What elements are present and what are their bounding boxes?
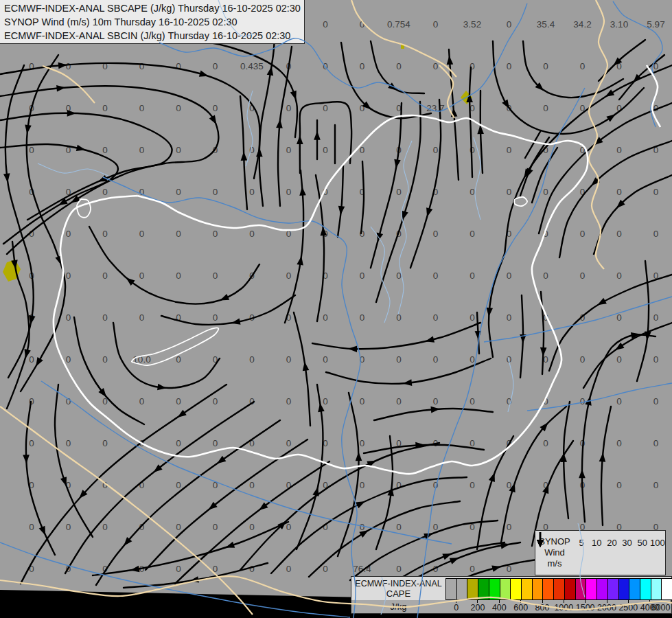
map-value: 0 <box>249 187 255 197</box>
streamline-arrowhead <box>177 410 186 417</box>
map-value: 0 <box>213 480 218 490</box>
map-value: 0 <box>396 522 402 532</box>
wind-streamline <box>480 91 483 173</box>
map-value: 0 <box>616 229 622 239</box>
river <box>484 297 672 342</box>
streamline-arrowhead <box>56 85 65 92</box>
wind-streamline <box>0 144 118 244</box>
map-value: 0 <box>470 145 475 155</box>
streamline-arrowhead <box>209 502 218 510</box>
map-value: 0 <box>29 480 34 490</box>
map-value: 0 <box>396 564 402 574</box>
wind-streamline <box>341 43 431 118</box>
map-value: 0 <box>507 522 512 532</box>
streamline-arrowhead <box>377 232 383 242</box>
map-value: 0 <box>543 271 548 281</box>
map-value: 0 <box>213 103 218 113</box>
cape-tick-label: 2000 <box>597 603 616 613</box>
map-value: 0 <box>470 354 475 365</box>
wind-streamline <box>89 227 259 304</box>
cape-colorbar <box>445 578 672 600</box>
streamline-arrowhead <box>415 442 424 449</box>
map-value: 0 <box>396 480 402 490</box>
streamline-arrowhead <box>599 453 606 461</box>
map-value: 0 <box>176 145 181 155</box>
wind-streamline <box>21 385 227 584</box>
map-value: 0 <box>470 522 475 532</box>
wind-streamline <box>594 175 672 254</box>
streamline-arrowhead <box>338 206 345 215</box>
map-value: 0 <box>249 564 255 574</box>
map-value-special: 34.2 <box>573 19 591 30</box>
map-value: 0 <box>616 354 622 365</box>
map-value: 0 <box>470 564 475 574</box>
streamline-arrowhead <box>60 477 67 486</box>
wind-streamline <box>470 67 472 177</box>
wind-streamline <box>582 371 599 522</box>
cape-color-swatch <box>446 579 456 599</box>
streamline-arrowhead <box>394 159 400 169</box>
map-value: 0 <box>323 103 328 113</box>
streamline-arrowhead <box>466 93 473 102</box>
map-value: 0 <box>507 271 512 281</box>
map-value: 0 <box>66 522 71 532</box>
river <box>103 177 360 618</box>
streamline-arrowhead <box>209 115 217 125</box>
map-value: 0 <box>433 61 439 71</box>
wind-streamline <box>309 501 460 577</box>
streamline-arrowhead <box>29 315 35 325</box>
wind-streamline <box>371 41 424 93</box>
map-value: 0 <box>176 271 181 281</box>
map-value: 0 <box>66 103 71 113</box>
streamline-arrowhead <box>297 135 303 144</box>
map-value: 0 <box>580 438 586 448</box>
wind-streamline <box>175 461 329 584</box>
map-value: 0 <box>580 480 586 490</box>
map-value: 0 <box>66 312 71 323</box>
map-value: 0 <box>139 396 145 407</box>
cape-color-swatch <box>500 579 511 599</box>
cape-color-swatch <box>629 579 640 599</box>
streamline-arrowhead <box>540 347 547 356</box>
wind-legend-unit: m/s <box>548 558 562 569</box>
map-value: 0 <box>249 229 255 239</box>
streamline-arrowhead <box>24 349 30 358</box>
map-value: 0 <box>396 438 402 448</box>
map-value: 0 <box>66 145 71 155</box>
wind-streamline <box>113 323 220 388</box>
map-value: 0 <box>249 396 255 407</box>
wind-streamline <box>55 385 93 537</box>
wind-streamline <box>532 148 557 203</box>
map-value: 0 <box>102 564 108 574</box>
map-value-special: 0.435 <box>240 61 264 71</box>
cape-color-swatch <box>489 579 500 599</box>
streamline-arrowhead <box>225 542 235 548</box>
map-value: 0 <box>433 19 439 30</box>
map-value: 0 <box>543 229 548 239</box>
wind-streamline <box>312 323 480 349</box>
map-value: 0 <box>66 61 71 71</box>
map-value: 0 <box>102 396 108 407</box>
map-value: 0 <box>323 271 328 281</box>
streamline-arrowhead <box>58 62 67 69</box>
wind-streamline <box>505 65 672 254</box>
map-value: 0 <box>139 564 145 574</box>
streamline-arrowhead <box>290 91 297 100</box>
map-value: 0 <box>507 564 512 574</box>
map-value: 0 <box>360 61 365 71</box>
map-value: 0 <box>323 61 328 71</box>
streamline-arrowhead <box>217 456 226 464</box>
map-value-special: 76.4 <box>353 564 371 574</box>
wind-streamline <box>364 445 484 453</box>
map-value: 0 <box>396 271 402 281</box>
map-value: 0 <box>139 187 145 197</box>
cape-color-swatch <box>651 579 662 599</box>
map-value-special: 0.754 <box>387 19 410 30</box>
wind-streamline <box>146 439 308 570</box>
map-value: 0 <box>616 271 622 281</box>
wind-streamline <box>559 141 672 258</box>
map-value: 0 <box>580 312 586 323</box>
wind-legend-source: SYNOP <box>539 536 570 547</box>
map-value: 0 <box>543 312 548 323</box>
streamline-arrowhead <box>450 558 459 564</box>
